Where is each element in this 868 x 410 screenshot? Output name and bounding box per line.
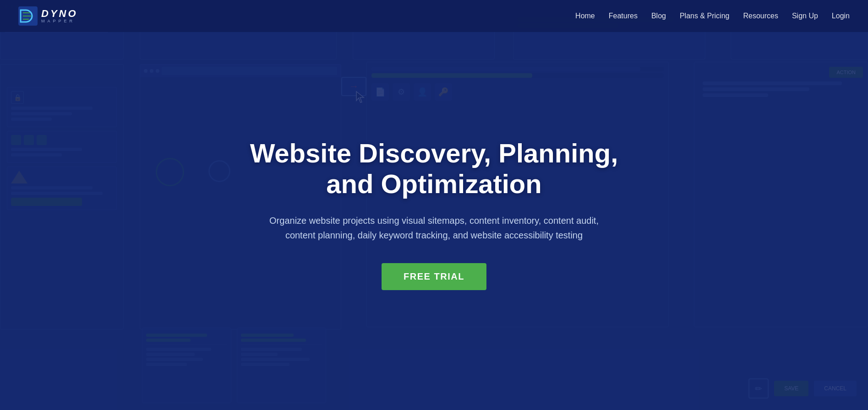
- logo-subtitle: MAPPER: [41, 19, 78, 23]
- nav-link-home[interactable]: Home: [575, 12, 595, 20]
- logo-area[interactable]: DYNO MAPPER: [18, 6, 78, 26]
- logo-title: DYNO: [41, 9, 78, 19]
- nav-link-login[interactable]: Login: [832, 12, 850, 20]
- hero-container: 📄 ⚙ 👤 🔑 ACTION 🔒: [0, 0, 868, 410]
- hero-title: Website Discovery, Planning, and Optimiz…: [250, 138, 618, 199]
- nav-item-features[interactable]: Features: [609, 12, 638, 20]
- nav-item-login[interactable]: Login: [832, 12, 850, 20]
- navbar: DYNO MAPPER Home Features Blog Plans & P…: [0, 0, 868, 32]
- nav-link-signup[interactable]: Sign Up: [792, 12, 818, 20]
- hero-subtitle: Organize website projects using visual s…: [260, 213, 608, 243]
- logo-icon: [18, 6, 38, 26]
- nav-item-signup[interactable]: Sign Up: [792, 12, 818, 20]
- nav-link-resources[interactable]: Resources: [743, 12, 778, 20]
- nav-links: Home Features Blog Plans & Pricing Resou…: [575, 12, 850, 20]
- nav-link-features[interactable]: Features: [609, 12, 638, 20]
- nav-link-blog[interactable]: Blog: [651, 12, 666, 20]
- hero-content: Website Discovery, Planning, and Optimiz…: [0, 0, 868, 410]
- nav-item-blog[interactable]: Blog: [651, 12, 666, 20]
- free-trial-button[interactable]: FREE TRIAL: [382, 263, 486, 290]
- nav-link-plans[interactable]: Plans & Pricing: [680, 12, 730, 20]
- nav-item-home[interactable]: Home: [575, 12, 595, 20]
- nav-item-resources[interactable]: Resources: [743, 12, 778, 20]
- logo-text-area: DYNO MAPPER: [41, 9, 78, 23]
- nav-item-plans[interactable]: Plans & Pricing: [680, 12, 730, 20]
